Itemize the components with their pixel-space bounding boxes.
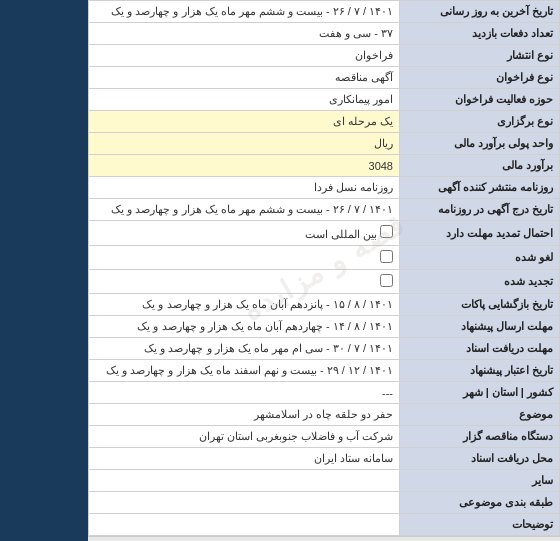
table-row: موضوعحفر دو حلقه چاه در اسلامشهر [89, 404, 560, 426]
row-label: احتمال تمدید مهلت دارد [400, 221, 560, 246]
row-label: برآورد مالی [400, 155, 560, 177]
table-row: طبقه بندی موضوعی [89, 492, 560, 514]
row-value [89, 514, 400, 536]
table-row: سایر [89, 470, 560, 492]
row-label: تجدید شده [400, 270, 560, 294]
row-value: 3048 [89, 155, 400, 177]
row-value: ۱۴۰۱ / ۸ / ۱۵ - پانزدهم آبان ماه یک هزار… [89, 294, 400, 316]
row-label: نوع فراخوان [400, 67, 560, 89]
row-label: تاریخ درج آگهی در روزنامه [400, 199, 560, 221]
row-label: طبقه بندی موضوعی [400, 492, 560, 514]
row-value: --- [89, 382, 400, 404]
row-value: فراخوان [89, 45, 400, 67]
main-content: قصه و مزایده تاریخ آخرین به روز رسانی۱۴۰… [88, 0, 560, 541]
table-row: تاریخ اعتبار پیشنهاد۱۴۰۱ / ۱۲ / ۲۹ - بیس… [89, 360, 560, 382]
table-row: روزنامه منتشر کننده آگهیروزنامه نسل فردا [89, 177, 560, 199]
table-row: تاریخ بازگشایی پاکات۱۴۰۱ / ۸ / ۱۵ - پانز… [89, 294, 560, 316]
table-row: مهلت ارسال پیشنهاد۱۴۰۱ / ۸ / ۱۴ - چهارده… [89, 316, 560, 338]
page-container: قصه و مزایده تاریخ آخرین به روز رسانی۱۴۰… [0, 0, 560, 541]
row-label: دستگاه مناقصه گزار [400, 426, 560, 448]
row-label: تاریخ بازگشایی پاکات [400, 294, 560, 316]
row-value: حفر دو حلقه چاه در اسلامشهر [89, 404, 400, 426]
sidebar [0, 0, 88, 541]
row-value: روزنامه نسل فردا [89, 177, 400, 199]
table-row: مهلت دریافت اسناد۱۴۰۱ / ۷ / ۳۰ - سی ام م… [89, 338, 560, 360]
row-label: روزنامه منتشر کننده آگهی [400, 177, 560, 199]
table-row: احتمال تمدید مهلت دارد بین المللی است [89, 221, 560, 246]
row-checkbox[interactable] [380, 250, 393, 263]
table-row: محل دریافت اسنادسامانه ستاد ایران [89, 448, 560, 470]
table-row: تعداد دفعات بازدید۳۷ - سی و هفت [89, 23, 560, 45]
row-label: تاریخ آخرین به روز رسانی [400, 1, 560, 23]
row-checkbox[interactable] [380, 225, 393, 238]
row-value: بین المللی است [89, 221, 400, 246]
row-value [89, 270, 400, 294]
table-row: لغو شده [89, 246, 560, 270]
row-value [89, 470, 400, 492]
row-value: یک مرحله ای [89, 111, 400, 133]
table-row: برآورد مالی3048 [89, 155, 560, 177]
table-row: تجدید شده [89, 270, 560, 294]
row-value: ۳۷ - سی و هفت [89, 23, 400, 45]
row-value: ۱۴۰۱ / ۸ / ۱۴ - چهاردهم آبان ماه یک هزار… [89, 316, 400, 338]
row-label: حوزه فعالیت فراخوان [400, 89, 560, 111]
table-row: کشور | استان | شهر--- [89, 382, 560, 404]
data-table: تاریخ آخرین به روز رسانی۱۴۰۱ / ۷ / ۲۶ - … [88, 0, 560, 536]
table-row: نوع فراخوانآگهی مناقصه [89, 67, 560, 89]
row-value [89, 492, 400, 514]
row-label: توضیحات [400, 514, 560, 536]
row-value: ۱۴۰۱ / ۱۲ / ۲۹ - بیست و نهم اسفند ماه یک… [89, 360, 400, 382]
row-value: ریال [89, 133, 400, 155]
row-label: نوع انتشار [400, 45, 560, 67]
table-wrapper: قصه و مزایده تاریخ آخرین به روز رسانی۱۴۰… [88, 0, 560, 536]
row-label: محل دریافت اسناد [400, 448, 560, 470]
table-row: نوع برگزارییک مرحله ای [89, 111, 560, 133]
row-label: کشور | استان | شهر [400, 382, 560, 404]
row-label: واحد پولی برآورد مالی [400, 133, 560, 155]
row-label: موضوع [400, 404, 560, 426]
footer-bar: 021-88346787 قصه و مزایده [88, 536, 560, 541]
row-label: لغو شده [400, 246, 560, 270]
row-label: نوع برگزاری [400, 111, 560, 133]
table-row: تاریخ آخرین به روز رسانی۱۴۰۱ / ۷ / ۲۶ - … [89, 1, 560, 23]
table-row: دستگاه مناقصه گزارشرکت آب و فاضلاب جنوبغ… [89, 426, 560, 448]
table-row: واحد پولی برآورد مالیریال [89, 133, 560, 155]
row-value: شرکت آب و فاضلاب جنوبغربی استان تهران [89, 426, 400, 448]
row-value: ۱۴۰۱ / ۷ / ۳۰ - سی ام مهر ماه یک هزار و … [89, 338, 400, 360]
row-value: ۱۴۰۱ / ۷ / ۲۶ - بیست و ششم مهر ماه یک هز… [89, 199, 400, 221]
row-label: تعداد دفعات بازدید [400, 23, 560, 45]
row-label: سایر [400, 470, 560, 492]
table-row: تاریخ درج آگهی در روزنامه۱۴۰۱ / ۷ / ۲۶ -… [89, 199, 560, 221]
table-row: توضیحات [89, 514, 560, 536]
row-value: ۱۴۰۱ / ۷ / ۲۶ - بیست و ششم مهر ماه یک هز… [89, 1, 400, 23]
row-label: مهلت دریافت اسناد [400, 338, 560, 360]
row-value [89, 246, 400, 270]
table-row: حوزه فعالیت فراخوانامور پیمانکاری [89, 89, 560, 111]
row-value: آگهی مناقصه [89, 67, 400, 89]
row-label: تاریخ اعتبار پیشنهاد [400, 360, 560, 382]
row-value: سامانه ستاد ایران [89, 448, 400, 470]
table-row: نوع انتشارفراخوان [89, 45, 560, 67]
row-value: امور پیمانکاری [89, 89, 400, 111]
row-label: مهلت ارسال پیشنهاد [400, 316, 560, 338]
row-checkbox[interactable] [380, 274, 393, 287]
